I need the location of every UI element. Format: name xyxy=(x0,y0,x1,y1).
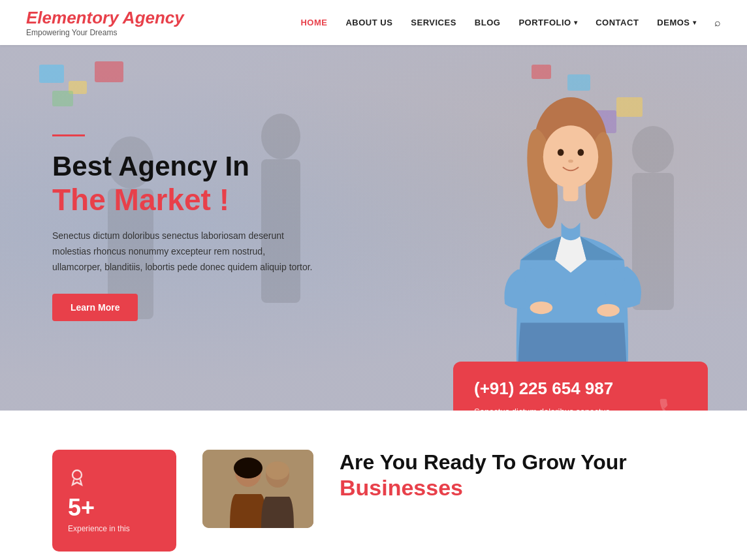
phone-number: (+91) 225 654 987 xyxy=(474,379,618,399)
learn-more-button[interactable]: Learn More xyxy=(52,294,138,321)
hero-section: Best Agency In The Market ! Senectus dic… xyxy=(0,45,747,411)
team-photo-inner xyxy=(202,450,313,528)
svg-rect-22 xyxy=(202,450,313,528)
svg-rect-13 xyxy=(563,183,578,201)
hero-description: Senectus dictum doloribus senectus labor… xyxy=(52,228,313,275)
logo-title[interactable]: Elementory Agency xyxy=(26,8,184,28)
stat-label: Experience in this xyxy=(68,524,130,533)
hero-content: Best Agency In The Market ! Senectus dic… xyxy=(0,134,366,321)
svg-point-14 xyxy=(597,304,620,317)
svg-point-9 xyxy=(543,125,598,188)
svg-point-12 xyxy=(568,160,573,163)
hero-accent-line xyxy=(52,134,85,136)
phone-description: Senectus dictum doloribus senectus labor… xyxy=(474,405,618,411)
search-icon[interactable]: ⌕ xyxy=(714,17,721,29)
svg-point-10 xyxy=(558,149,564,156)
below-hero-section: 5+ Experience in this Are You R xyxy=(0,411,747,560)
nav-portfolio[interactable]: PORTFOLIO ▾ xyxy=(518,18,577,27)
nav-contact[interactable]: CONTACT xyxy=(596,18,639,27)
grow-section: Are You Ready To Grow Your Businesses xyxy=(340,450,627,501)
logo: Elementory Agency Empowering Your Dreams xyxy=(26,8,184,37)
nav-about[interactable]: ABOUT US xyxy=(345,18,392,27)
team-photo xyxy=(202,450,313,528)
portfolio-chevron-icon: ▾ xyxy=(574,19,578,26)
nav-services[interactable]: SERVICES xyxy=(411,18,456,27)
team-image-svg xyxy=(202,450,313,528)
hero-title-line2: The Market ! xyxy=(52,183,313,217)
grow-title-line1: Are You Ready To Grow Your xyxy=(340,450,627,474)
site-header: Elementory Agency Empowering Your Dreams… xyxy=(0,0,747,45)
phone-card-content: (+91) 225 654 987 Senectus dictum dolori… xyxy=(474,379,618,411)
hero-image-area xyxy=(434,71,708,411)
stat-number: 5+ xyxy=(68,494,95,521)
hero-title-line1: Best Agency In xyxy=(52,151,313,182)
svg-point-15 xyxy=(530,302,553,314)
nav-demos[interactable]: DEMOS ▾ xyxy=(657,18,696,27)
experience-stat-card: 5+ Experience in this xyxy=(52,450,176,552)
svg-point-16 xyxy=(72,471,82,480)
nav-home[interactable]: HOME xyxy=(300,18,327,27)
nav-blog[interactable]: BLOG xyxy=(475,18,501,27)
grow-title-line2: Businesses xyxy=(340,474,627,501)
logo-subtitle: Empowering Your Dreams xyxy=(26,28,184,37)
phone-icon xyxy=(654,392,687,411)
award-icon xyxy=(68,468,86,490)
phone-card: (+91) 225 654 987 Senectus dictum dolori… xyxy=(453,362,708,411)
main-nav: HOME ABOUT US SERVICES BLOG PORTFOLIO ▾ … xyxy=(300,17,721,29)
demos-chevron-icon: ▾ xyxy=(693,19,697,26)
svg-point-11 xyxy=(578,149,584,156)
